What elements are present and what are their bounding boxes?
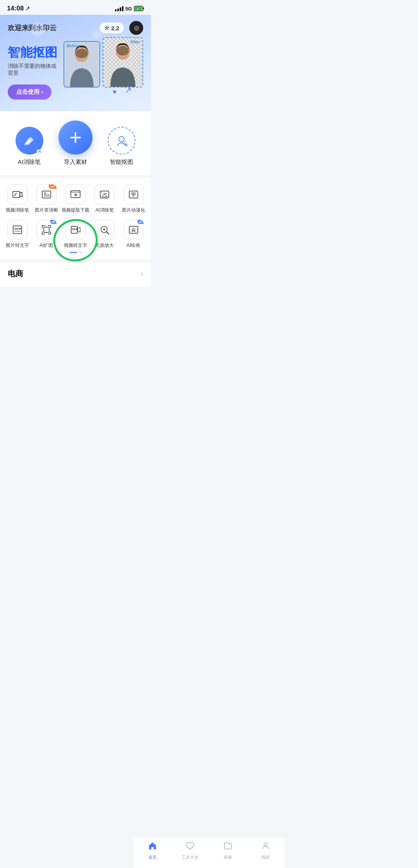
camera-icon: ⊙ [134, 24, 139, 32]
svg-rect-36 [44, 227, 49, 232]
svg-line-40 [106, 232, 109, 234]
svg-point-25 [44, 193, 46, 194]
video-ocr-icon: OCR [65, 220, 86, 240]
ecommerce-header: 电商 › [8, 269, 143, 279]
ai-erase2-label: AI消除笔 [96, 207, 114, 214]
hero-content: 智能抠图 消除不需要的物体或背景 点击使用 › Before [8, 41, 143, 100]
network-label: 5G [125, 6, 132, 12]
hero-subtitle: 消除不需要的物体或背景 [8, 63, 60, 77]
after-image: After [103, 37, 143, 88]
status-bar: 14:08 ↗ 5G ⚡ [0, 0, 151, 15]
lossless-icon [94, 220, 115, 240]
rating-value: 2.2 [111, 25, 119, 31]
tool-ai-erase2[interactable]: AI消除笔 [91, 184, 118, 214]
ecommerce-arrow[interactable]: › [141, 270, 143, 278]
hero-banner: 欢迎来到水印云 ☆ 2.2 ⊙ 智能抠图 消除不需要的物体或背景 点击使用 › [0, 15, 151, 111]
ai-draw-label: AI绘画 [127, 242, 140, 249]
after-label: After [130, 40, 140, 44]
ai-expand-label: AI扩图 [39, 242, 53, 249]
main-actions-section: AI AI消除笔 导入素材 [0, 111, 151, 175]
video-eraser-label: 视频消除笔 [6, 207, 29, 214]
tool-ai-expand[interactable]: AI AI扩图 [33, 220, 60, 249]
ai-expand-icon: AI [36, 220, 57, 240]
ocr-label: 图片转文字 [6, 242, 29, 249]
before-label: Before [67, 43, 80, 48]
hero-top-bar: 欢迎来到水印云 ☆ 2.2 ⊙ [8, 21, 143, 35]
video-ocr-label: 视频转文字 [64, 242, 87, 249]
decorative-bubble [93, 30, 101, 38]
decorative-bubble [31, 22, 45, 36]
video-eraser-icon [7, 184, 27, 205]
cutout-label: 智能抠图 [110, 158, 133, 166]
svg-rect-21 [13, 191, 20, 198]
rating-badge[interactable]: ☆ 2.2 [99, 22, 124, 33]
svg-line-23 [14, 193, 17, 196]
svg-text:OCR: OCR [14, 227, 21, 231]
hero-text-block: 智能抠图 消除不需要的物体或背景 点击使用 › [8, 41, 60, 100]
battery-icon: ⚡ [134, 6, 144, 11]
status-time: 14:08 [7, 5, 24, 12]
tool-img-anime[interactable]: 图片动漫化 [120, 184, 147, 214]
tool-video-extract[interactable]: 视频提取下载 [62, 184, 89, 214]
tool-video-ocr[interactable]: OCR 视频转文字 [62, 220, 89, 249]
lossless-label: 无损放大 [95, 242, 114, 249]
dot-decoration [113, 90, 116, 93]
video-extract-icon [65, 184, 86, 205]
action-import[interactable]: 导入素材 [58, 121, 93, 166]
tool-video-eraser[interactable]: 视频消除笔 [4, 184, 31, 214]
tools-grid: 视频消除笔 HD 图片变清晰 [4, 184, 147, 249]
location-icon: ↗ [25, 5, 30, 12]
ai-eraser-icon-circle: AI [15, 127, 43, 155]
svg-point-14 [116, 46, 129, 55]
tool-ocr[interactable]: OCR 图片转文字 [4, 220, 31, 249]
hero-images: Before After [63, 41, 143, 88]
svg-point-15 [24, 143, 27, 145]
svg-text:⚡: ⚡ [136, 7, 140, 11]
decorative-bubble [15, 50, 22, 57]
ecommerce-title: 电商 [8, 269, 23, 279]
import-icon-circle [58, 121, 93, 155]
tools-section: 视频消除笔 HD 图片变清晰 [0, 178, 151, 259]
hero-cta-button[interactable]: 点击使用 › [8, 84, 51, 100]
svg-point-6 [75, 49, 88, 58]
ai-erase2-icon [94, 184, 115, 205]
svg-line-20 [126, 144, 127, 146]
ai-eraser-label: AI消除笔 [18, 158, 41, 166]
before-image: Before [63, 41, 100, 88]
tool-img-sharpen[interactable]: HD 图片变清晰 [33, 184, 60, 214]
svg-rect-27 [71, 191, 80, 192]
action-smart-cutout[interactable]: 智能抠图 [108, 127, 135, 166]
svg-text:OCR: OCR [72, 228, 78, 231]
svg-rect-1 [143, 7, 144, 10]
arrow-decoration: ↗ [125, 85, 132, 95]
tool-ai-draw[interactable]: AI AI绘画 [120, 220, 147, 249]
video-extract-label: 视频提取下载 [62, 207, 89, 214]
img-sharpen-label: 图片变清晰 [35, 207, 58, 214]
scroll-indicators [4, 252, 147, 253]
img-anime-label: 图片动漫化 [122, 207, 145, 214]
star-icon: ☆ [104, 24, 109, 31]
tool-lossless[interactable]: 无损放大 [91, 220, 118, 249]
signal-icon [115, 6, 123, 11]
svg-point-32 [133, 193, 135, 195]
cutout-icon-circle [108, 127, 135, 155]
svg-marker-22 [20, 192, 22, 197]
action-ai-eraser[interactable]: AI AI消除笔 [15, 127, 43, 166]
img-sharpen-icon: HD [36, 184, 57, 205]
camera-button[interactable]: ⊙ [129, 21, 143, 35]
import-label: 导入素材 [64, 158, 87, 166]
ai-draw-icon: AI [123, 220, 144, 240]
ecommerce-section: 电商 › [0, 262, 151, 287]
img-anime-icon [123, 184, 144, 205]
ocr-icon: OCR [7, 220, 27, 240]
svg-marker-28 [75, 193, 78, 196]
